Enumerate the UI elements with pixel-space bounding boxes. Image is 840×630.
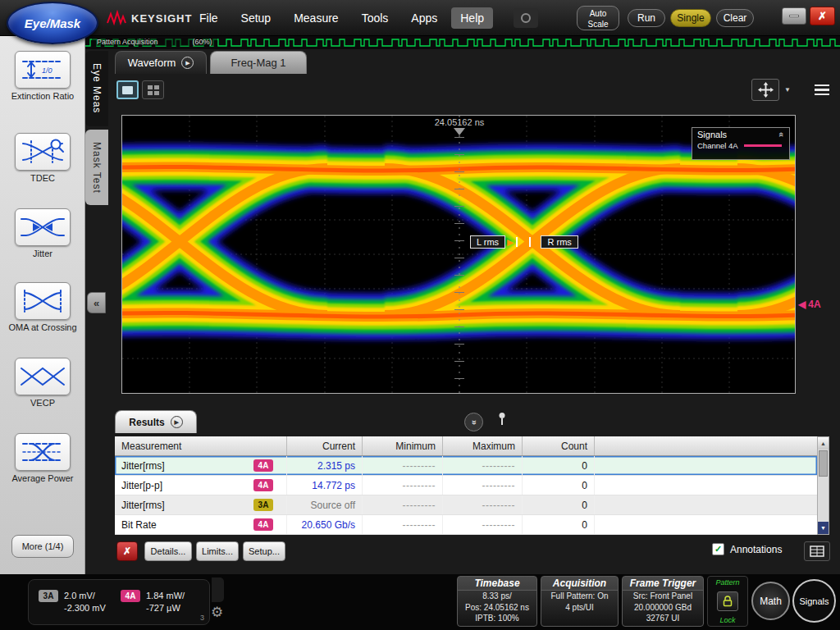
tab-results[interactable]: Results ▶	[115, 410, 197, 433]
acquisition-percent: (60%)	[193, 38, 212, 46]
r-rms-annotation: ◀ R rms	[529, 235, 578, 249]
menu-help[interactable]: Help	[451, 7, 493, 29]
marker-left-icon: ◀	[798, 299, 806, 310]
chevron-left-icon: «	[94, 297, 99, 309]
frame-trigger-panel[interactable]: Frame Trigger Src: Front Panel 20.000000…	[622, 576, 704, 627]
auto-scale-button[interactable]: Auto Scale	[577, 6, 619, 30]
table-row[interactable]: Jitter[rms] 4A 2.315 ps --------- ------…	[115, 456, 817, 476]
col-minimum: Minimum	[363, 436, 443, 455]
camera-icon	[521, 13, 531, 23]
details-button[interactable]: Details...	[144, 541, 192, 561]
menu-measure[interactable]: Measure	[285, 7, 347, 29]
single-display-button[interactable]	[116, 80, 139, 99]
channel-3a-scale: 2.0 mV/	[64, 590, 106, 602]
channel-4a-scale: 1.84 mW/	[146, 590, 185, 602]
timebase-panel[interactable]: Timebase 8.33 ps/ Pos: 24.05162 ns IPTB:…	[457, 576, 537, 627]
table-row[interactable]: Bit Rate 4A 20.650 Gb/s --------- ------…	[115, 515, 817, 535]
move-tool-button[interactable]	[751, 79, 779, 101]
collapse-results-button[interactable]: «	[464, 413, 483, 431]
settings-gear-icon[interactable]: ⚙	[211, 604, 223, 621]
table-row[interactable]: Jitter[rms] 3A Source off --------- ----…	[115, 495, 817, 515]
menu-tools[interactable]: Tools	[353, 7, 398, 29]
col-count: Count	[523, 436, 595, 455]
acquisition-label: Pattern Acquisition	[97, 38, 158, 46]
vecp-icon	[20, 363, 66, 390]
col-current: Current	[287, 436, 363, 455]
pattern-lock-indicator[interactable]: Pattern Lock	[707, 576, 748, 627]
eye-diagram[interactable]: 24.05162 ns Signals « Channel 4A L rms ▶…	[121, 115, 796, 394]
channel-readout-panel[interactable]: 3A 2.0 mV/ -2.300 mV 4A 1.84 mW/ -727 µW…	[28, 579, 210, 625]
signals-legend-panel[interactable]: Signals « Channel 4A	[692, 127, 790, 160]
check-icon: ✓	[714, 544, 722, 555]
sidebar-item-vecp[interactable]: VECP	[0, 358, 85, 409]
channel-4a-marker[interactable]: ◀ 4A	[798, 299, 821, 310]
annotations-label: Annotations	[730, 544, 782, 555]
channel-badge: 4A	[253, 518, 273, 531]
waveform-menu-button[interactable]	[810, 80, 833, 100]
minimize-icon	[789, 15, 799, 17]
time-reference-marker[interactable]	[454, 128, 465, 135]
brand-name: KEYSIGHT	[131, 12, 192, 25]
sidebar-item-average-power[interactable]: Average Power	[0, 433, 85, 484]
channel-3a-readout[interactable]: 3A 2.0 mV/ -2.300 mV	[39, 590, 106, 614]
delete-measurement-button[interactable]: ✗	[116, 541, 138, 561]
menu-apps[interactable]: Apps	[402, 7, 446, 29]
results-scrollbar[interactable]: ▲ ▼	[817, 436, 829, 535]
chevron-up-icon[interactable]: «	[777, 132, 787, 137]
results-table: Measurement Current Minimum Maximum Coun…	[115, 436, 817, 535]
menu-bar: File Setup Measure Tools Apps Help	[190, 0, 493, 36]
limits-button[interactable]: Limits...	[196, 541, 239, 561]
play-icon[interactable]: ▶	[171, 416, 183, 428]
l-rms-label: L rms	[470, 235, 505, 249]
menu-setup[interactable]: Setup	[232, 7, 281, 29]
eye-mask-mode-logo[interactable]: Eye/Mask	[7, 2, 98, 44]
annotations-checkbox[interactable]: ✓	[712, 543, 724, 555]
panel-grip[interactable]	[212, 578, 224, 602]
grid-display-button[interactable]	[142, 80, 164, 99]
status-bar: 3A 2.0 mV/ -2.300 mV 4A 1.84 mW/ -727 µW…	[0, 574, 840, 630]
run-button[interactable]: Run	[628, 9, 665, 27]
channel-count: 3	[200, 614, 204, 622]
setup-button[interactable]: Setup...	[243, 541, 285, 561]
screenshot-button[interactable]	[514, 8, 538, 28]
jitter-icon	[20, 213, 66, 241]
scroll-up-icon[interactable]: ▲	[818, 437, 829, 450]
channel-4a-color-swatch	[744, 144, 782, 147]
sidebar-item-tdec[interactable]: TDEC	[0, 133, 85, 184]
collapse-sidebar-button[interactable]: «	[87, 292, 106, 313]
table-icon	[810, 546, 824, 557]
pin-results-button[interactable]	[497, 412, 507, 429]
clear-button[interactable]: Clear	[716, 9, 754, 27]
tab-mask-test[interactable]: Mask Test	[85, 130, 108, 205]
single-button[interactable]: Single	[670, 9, 711, 27]
tab-waveform[interactable]: Waveform ▶	[115, 51, 207, 74]
tdec-icon	[20, 138, 66, 166]
scrollbar-thumb[interactable]	[819, 450, 828, 477]
minimize-button[interactable]	[782, 7, 806, 25]
sidebar-item-oma-at-crossing[interactable]: OMA at Crossing	[0, 282, 85, 333]
keysight-logo: KEYSIGHT	[107, 10, 192, 26]
sidebar-item-extinction-ratio[interactable]: 1/0 Extinction Ratio	[0, 51, 85, 102]
col-maximum: Maximum	[443, 436, 523, 455]
sidebar-item-jitter[interactable]: Jitter	[0, 208, 85, 259]
results-table-header: Measurement Current Minimum Maximum Coun…	[115, 436, 817, 456]
tab-eye-meas[interactable]: Eye Meas	[85, 51, 108, 126]
more-measurements-button[interactable]: More (1/4)	[11, 535, 74, 558]
tab-freq-mag-1[interactable]: Freq-Mag 1	[210, 51, 307, 74]
play-icon[interactable]: ▶	[181, 57, 194, 69]
extinction-ratio-icon: 1/0	[20, 56, 66, 84]
scroll-down-icon[interactable]: ▼	[818, 522, 829, 534]
menu-file[interactable]: File	[190, 7, 227, 29]
close-button[interactable]: ✗	[810, 7, 835, 25]
chevron-down-icon: «	[469, 419, 479, 424]
channel-4a-readout[interactable]: 4A 1.84 mW/ -727 µW	[121, 590, 185, 614]
math-button[interactable]: Math	[751, 582, 790, 620]
move-tool-dropdown[interactable]: ▼	[781, 79, 794, 101]
arrow-right-icon: ▶	[507, 237, 514, 248]
keysight-spark-icon	[107, 10, 126, 26]
table-row[interactable]: Jitter[p-p] 4A 14.772 ps --------- -----…	[115, 476, 817, 495]
signals-button[interactable]: Signals	[792, 579, 836, 623]
grid-view-button[interactable]	[804, 541, 830, 561]
acquisition-panel[interactable]: Acquisition Full Pattern: On 4 pts/UI	[541, 576, 619, 627]
move-icon	[758, 82, 774, 98]
